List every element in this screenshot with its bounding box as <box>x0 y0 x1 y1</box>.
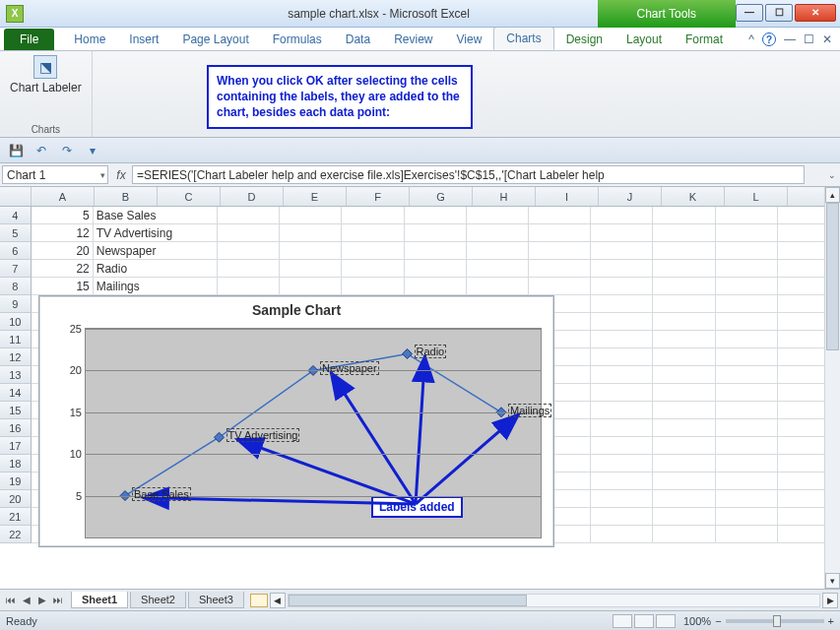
formula-expand-icon[interactable]: ⌄ <box>824 163 840 186</box>
minimize-button[interactable]: — <box>736 4 763 22</box>
cell[interactable] <box>591 260 653 278</box>
zoom-in-button[interactable]: + <box>828 615 834 627</box>
help-icon[interactable]: ? <box>762 32 776 46</box>
cell[interactable] <box>218 242 280 260</box>
row-header[interactable]: 22 <box>0 526 32 543</box>
cell[interactable] <box>591 278 653 295</box>
view-page-break-icon[interactable] <box>656 614 676 628</box>
col-header[interactable]: G <box>410 187 473 206</box>
zoom-slider[interactable] <box>726 619 824 623</box>
cell[interactable] <box>716 348 778 366</box>
sheet-tab-1[interactable]: Sheet1 <box>71 592 128 608</box>
row-header[interactable]: 12 <box>0 348 32 366</box>
cell[interactable] <box>653 242 715 260</box>
cell[interactable] <box>716 331 778 348</box>
cell[interactable] <box>591 437 653 455</box>
col-header[interactable]: I <box>536 187 599 206</box>
cell[interactable] <box>591 224 653 242</box>
cell[interactable] <box>653 207 715 224</box>
cell[interactable]: 22 <box>32 260 94 278</box>
cell[interactable] <box>467 260 529 278</box>
tab-home[interactable]: Home <box>62 29 117 50</box>
tab-view[interactable]: View <box>445 29 494 50</box>
cell[interactable] <box>405 242 467 260</box>
row-header[interactable]: 17 <box>0 437 32 455</box>
zoom-slider-thumb[interactable] <box>773 615 781 627</box>
row-header[interactable]: 19 <box>0 472 32 490</box>
cell[interactable] <box>716 508 778 526</box>
chart-plot-area[interactable]: Labels added 510152025Base SalesTV Adver… <box>85 328 542 538</box>
close-button[interactable]: ✕ <box>795 4 836 22</box>
zoom-out-button[interactable]: − <box>715 615 721 627</box>
undo-icon[interactable]: ↶ <box>32 141 51 160</box>
window-minimize-icon[interactable]: — <box>784 32 796 46</box>
cell[interactable] <box>218 260 280 278</box>
cell[interactable] <box>218 224 280 242</box>
file-tab[interactable]: File <box>4 29 54 50</box>
save-icon[interactable]: 💾 <box>6 141 26 160</box>
col-header[interactable]: L <box>725 187 788 206</box>
row-header[interactable]: 16 <box>0 419 32 437</box>
cell[interactable] <box>653 313 715 331</box>
data-label[interactable]: Newspaper <box>321 362 378 374</box>
cell[interactable] <box>716 224 778 242</box>
cell[interactable] <box>716 278 778 295</box>
cell[interactable] <box>342 224 404 242</box>
cell[interactable] <box>591 242 653 260</box>
cell[interactable] <box>591 348 653 366</box>
cell[interactable] <box>405 260 467 278</box>
tab-page-layout[interactable]: Page Layout <box>170 29 260 50</box>
grid-row[interactable]: 512TV Advertising <box>0 224 840 242</box>
cell[interactable] <box>529 224 591 242</box>
cell[interactable] <box>529 260 591 278</box>
cell[interactable] <box>529 207 591 224</box>
cell[interactable]: Radio <box>94 260 218 278</box>
cell[interactable] <box>280 242 342 260</box>
sheet-tab-2[interactable]: Sheet2 <box>130 592 186 608</box>
cell[interactable] <box>591 313 653 331</box>
cell[interactable] <box>591 366 653 384</box>
row-header[interactable]: 5 <box>0 224 32 242</box>
cell[interactable] <box>529 242 591 260</box>
cell[interactable] <box>591 331 653 348</box>
row-header[interactable]: 14 <box>0 384 32 402</box>
tab-review[interactable]: Review <box>382 29 444 50</box>
cell[interactable] <box>591 384 653 402</box>
cell[interactable] <box>716 490 778 508</box>
cell[interactable] <box>280 260 342 278</box>
cell[interactable] <box>467 224 529 242</box>
row-header[interactable]: 20 <box>0 490 32 508</box>
cell[interactable] <box>653 295 715 313</box>
col-header[interactable]: C <box>158 187 221 206</box>
embedded-chart[interactable]: Sample Chart Labels added 510152025Base … <box>38 295 554 547</box>
row-header[interactable]: 10 <box>0 313 32 331</box>
cell[interactable] <box>653 437 715 455</box>
cell[interactable] <box>280 224 342 242</box>
col-header[interactable]: E <box>284 187 347 206</box>
tab-nav-prev-icon[interactable]: ◀ <box>20 595 33 605</box>
cell[interactable] <box>716 207 778 224</box>
col-header[interactable]: D <box>221 187 284 206</box>
cell[interactable] <box>342 260 404 278</box>
col-header[interactable]: A <box>32 187 95 206</box>
cell[interactable] <box>716 402 778 419</box>
tab-format[interactable]: Format <box>674 29 735 50</box>
chart-series[interactable] <box>86 329 541 537</box>
cell[interactable]: TV Advertising <box>94 224 218 242</box>
col-header[interactable]: K <box>662 187 725 206</box>
cell[interactable] <box>280 278 342 295</box>
window-close-icon[interactable]: ✕ <box>822 32 832 46</box>
tab-formulas[interactable]: Formulas <box>261 29 334 50</box>
cell[interactable] <box>653 490 715 508</box>
cell[interactable] <box>591 207 653 224</box>
cell[interactable] <box>653 260 715 278</box>
cell[interactable] <box>591 455 653 472</box>
cell[interactable] <box>591 472 653 490</box>
name-box[interactable]: Chart 1 ▾ <box>2 165 108 184</box>
cell[interactable] <box>716 437 778 455</box>
chart-labeler-button[interactable]: ⬔ Chart Labeler <box>10 55 82 94</box>
cell[interactable] <box>653 455 715 472</box>
cell[interactable] <box>716 313 778 331</box>
scroll-right-button[interactable]: ▶ <box>822 593 838 608</box>
tab-data[interactable]: Data <box>334 29 382 50</box>
